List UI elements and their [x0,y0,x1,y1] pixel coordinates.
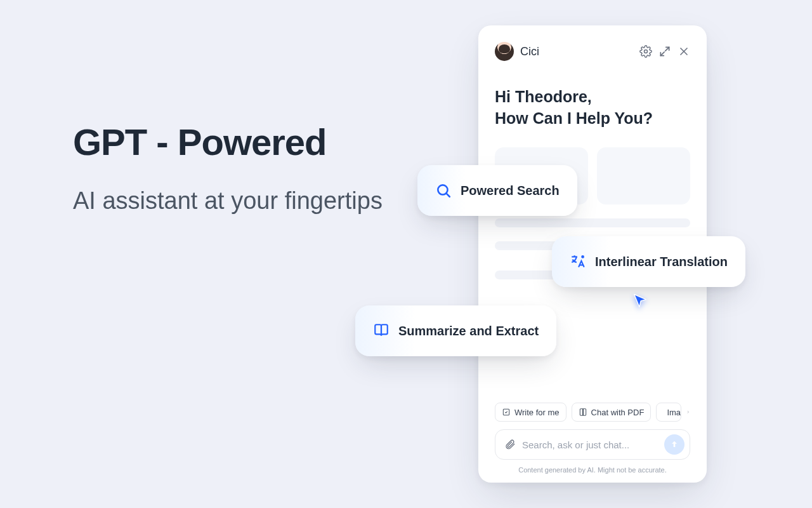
assistant-name: Cici [520,45,539,58]
chip-label: Image [667,408,681,417]
send-button[interactable] [664,434,684,455]
placeholder-line [495,218,690,227]
expand-icon[interactable] [658,45,671,58]
chip-chat-with-pdf[interactable]: Chat with PDF [572,403,652,422]
hero-subtitle: AI assistant at your fingertips [73,185,403,217]
chip-label: Chat with PDF [591,408,645,417]
chip-write-for-me[interactable]: Write for me [495,403,566,422]
translate-icon [570,253,586,270]
search-input[interactable] [522,439,658,450]
search-bar [495,429,690,460]
ai-disclaimer: Content generated by AI. Might not be ac… [495,466,690,474]
search-icon [435,182,452,199]
avatar [495,42,514,61]
close-icon[interactable] [678,45,690,58]
chevron-right-icon[interactable] [686,406,690,418]
hero-title: GPT - Powered [73,121,403,163]
gear-icon[interactable] [639,45,652,58]
greeting-line2: How Can I Help You? [495,108,690,130]
chip-image[interactable]: Image [656,403,681,422]
feature-pill-summarize: Summarize and Extract [355,305,556,356]
quick-actions: Write for me Chat with PDF Image [495,403,690,422]
feature-pill-search: Powered Search [417,165,577,216]
chip-label: Write for me [514,408,560,417]
pill-label: Powered Search [461,184,560,198]
pill-label: Summarize and Extract [398,324,539,338]
paperclip-icon[interactable] [504,439,516,450]
pill-label: Interlinear Translation [595,255,728,269]
book-open-icon [373,323,390,339]
panel-header: Cici [495,42,690,61]
svg-point-0 [645,50,648,53]
svg-point-5 [582,256,584,258]
cursor-icon [631,292,649,310]
feature-pill-translate: Interlinear Translation [552,236,745,287]
greeting: Hi Theodore, How Can I Help You? [495,86,690,130]
greeting-line1: Hi Theodore, [495,86,690,108]
suggestion-card[interactable] [597,147,690,204]
